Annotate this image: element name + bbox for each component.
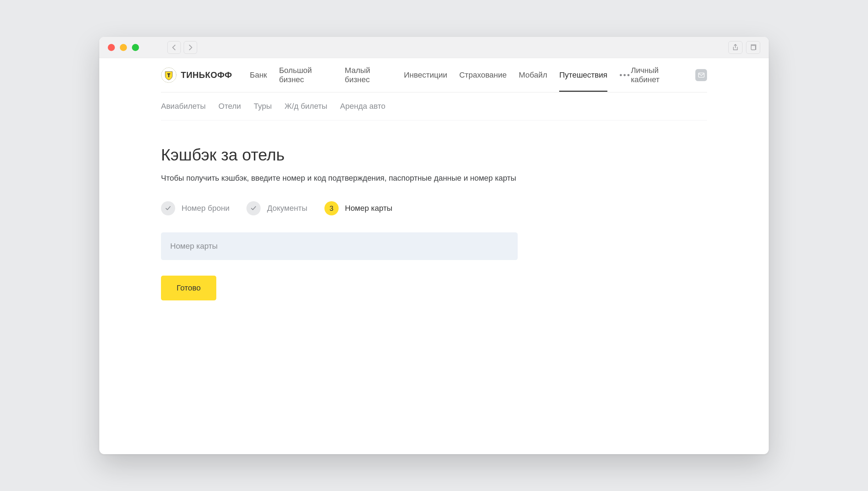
chevron-right-icon (188, 45, 193, 50)
share-icon (732, 44, 739, 51)
stepper: Номер брони Документы 3 Номер карты (161, 201, 707, 215)
step-label: Документы (267, 204, 307, 213)
subnav-car-rental[interactable]: Аренда авто (340, 102, 385, 111)
nav-more-button[interactable]: ••• (619, 70, 631, 80)
nav-travel[interactable]: Путешествия (559, 58, 607, 92)
logo-shield-icon (161, 67, 177, 83)
nav-investments[interactable]: Инвестиции (404, 58, 447, 92)
messages-button[interactable] (695, 69, 707, 81)
page-body: ТИНЬКОФФ Банк Большой бизнес Малый бизне… (99, 58, 769, 454)
submit-button[interactable]: Готово (161, 276, 216, 300)
personal-cabinet-link[interactable]: Личный кабинет (631, 66, 688, 84)
back-button[interactable] (167, 41, 181, 54)
forward-button[interactable] (184, 41, 197, 54)
subnav-trains[interactable]: Ж/д билеты (285, 102, 328, 111)
maximize-window-button[interactable] (132, 44, 139, 51)
svg-rect-4 (699, 73, 704, 77)
envelope-icon (698, 73, 705, 78)
nav-mobile[interactable]: Мобайл (519, 58, 547, 92)
nav-big-business[interactable]: Большой бизнес (279, 58, 333, 96)
tabs-icon (750, 44, 757, 51)
check-icon (246, 201, 261, 215)
step-booking-number: Номер брони (161, 201, 229, 215)
nav-bank[interactable]: Банк (250, 58, 267, 92)
nav-insurance[interactable]: Страхование (459, 58, 507, 92)
site-header: ТИНЬКОФФ Банк Большой бизнес Малый бизне… (161, 58, 707, 92)
chevron-left-icon (172, 45, 176, 50)
subnav-hotels[interactable]: Отели (218, 102, 241, 111)
traffic-lights (108, 44, 139, 51)
svg-rect-0 (751, 45, 755, 50)
share-button[interactable] (728, 41, 742, 54)
subnav-flights[interactable]: Авиабилеты (161, 102, 206, 111)
window-titlebar (99, 37, 769, 58)
step-card-number: 3 Номер карты (324, 201, 393, 215)
logo[interactable]: ТИНЬКОФФ (161, 67, 232, 83)
page-subtitle: Чтобы получить кэшбэк, введите номер и к… (161, 174, 707, 183)
close-window-button[interactable] (108, 44, 115, 51)
svg-rect-3 (168, 73, 169, 77)
logo-text: ТИНЬКОФФ (181, 70, 232, 80)
step-number-badge: 3 (324, 201, 339, 215)
nav-arrows (167, 41, 197, 54)
minimize-window-button[interactable] (120, 44, 127, 51)
card-number-input[interactable] (161, 232, 518, 260)
step-label: Номер брони (182, 204, 229, 213)
check-icon (161, 201, 175, 215)
content: Кэшбэк за отель Чтобы получить кэшбэк, в… (161, 120, 707, 300)
sub-nav: Авиабилеты Отели Туры Ж/д билеты Аренда … (161, 92, 707, 120)
step-documents: Документы (246, 201, 307, 215)
subnav-tours[interactable]: Туры (254, 102, 272, 111)
tabs-button[interactable] (746, 41, 760, 54)
nav-small-business[interactable]: Малый бизнес (345, 58, 392, 96)
browser-window: ТИНЬКОФФ Банк Большой бизнес Малый бизне… (99, 37, 769, 454)
main-nav: Банк Большой бизнес Малый бизнес Инвести… (250, 58, 631, 96)
step-label: Номер карты (345, 204, 393, 213)
page-title: Кэшбэк за отель (161, 145, 707, 164)
